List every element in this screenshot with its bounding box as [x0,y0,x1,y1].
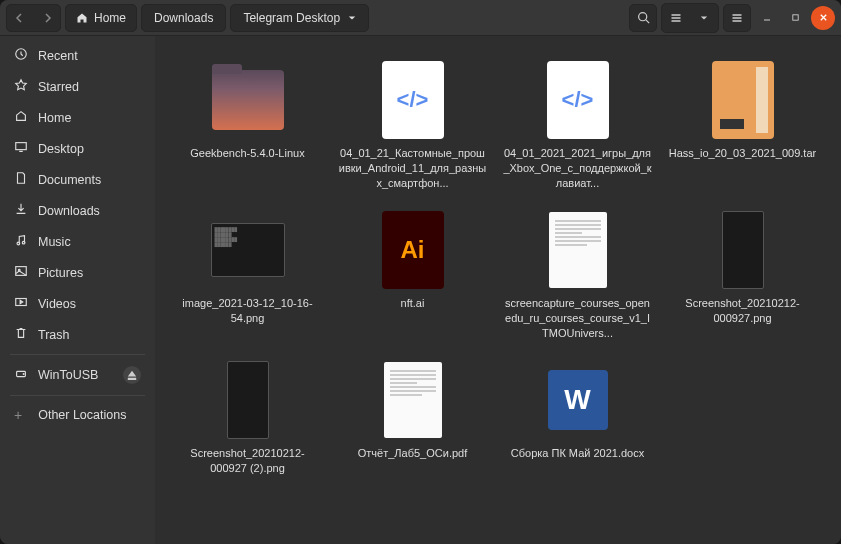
file-thumbnail: W [538,360,618,440]
file-thumbnail: </> [373,60,453,140]
svg-rect-9 [16,143,27,150]
svg-rect-7 [792,15,797,20]
file-grid: Geekbench-5.4.0-Linux</>04_01_21_Кастомн… [165,54,831,504]
file-label: Screenshot_20210212-000927.png [668,296,818,326]
file-item[interactable]: Ainft.ai [330,204,495,354]
home-icon [76,12,88,24]
file-label: Hass_io_20_03_2021_009.tar [669,146,816,161]
search-button[interactable] [629,4,657,32]
sidebar-item-documents[interactable]: Documents [0,164,155,195]
sidebar-item-desktop[interactable]: Desktop [0,133,155,164]
svg-point-11 [22,241,25,244]
file-label: nft.ai [401,296,425,311]
breadcrumb-home[interactable]: Home [65,4,137,32]
svg-rect-2 [672,17,681,19]
sidebar-item-label: Pictures [38,266,83,280]
doc-icon [14,171,28,188]
svg-rect-6 [733,20,742,22]
sidebar: RecentStarredHomeDesktopDocumentsDownloa… [0,36,155,544]
sidebar-item-home[interactable]: Home [0,102,155,133]
sidebar-item-label: Desktop [38,142,84,156]
file-thumbnail: ████████████████████████████ [208,210,288,290]
download-icon [14,202,28,219]
search-icon [637,11,650,24]
file-label: Сборка ПК Май 2021.docx [511,446,644,461]
back-button[interactable] [7,5,33,31]
maximize-icon [791,13,800,22]
file-label: 04_01_2021_2021_игры_для_Xbox_One_с_подд… [503,146,653,191]
file-item[interactable]: Hass_io_20_03_2021_009.tar [660,54,825,204]
content-area[interactable]: Geekbench-5.4.0-Linux</>04_01_21_Кастомн… [155,36,841,544]
file-item[interactable]: </>04_01_2021_2021_игры_для_Xbox_One_с_п… [495,54,660,204]
sidebar-item-label: Trash [38,328,70,342]
file-item[interactable]: Screenshot_20210212-000927 (2).png [165,354,330,504]
file-item[interactable]: </>04_01_21_Кастомные_прошивки_Android_1… [330,54,495,204]
nav-buttons [6,4,61,32]
view-dropdown-button[interactable] [690,4,718,32]
sidebar-mount-wintousb[interactable]: WinToUSB [0,359,155,391]
svg-rect-1 [672,14,681,16]
sidebar-item-trash[interactable]: Trash [0,319,155,350]
sidebar-item-music[interactable]: Music [0,226,155,257]
file-label: Geekbench-5.4.0-Linux [190,146,304,161]
file-label: Screenshot_20210212-000927 (2).png [173,446,323,476]
file-item[interactable]: screencapture_courses_openedu_ru_courses… [495,204,660,354]
sidebar-item-label: Starred [38,80,79,94]
breadcrumb-downloads[interactable]: Downloads [141,4,226,32]
file-item[interactable]: WСборка ПК Май 2021.docx [495,354,660,504]
file-thumbnail [538,210,618,290]
file-manager-window: Home Downloads Telegram Desktop RecentSt… [0,0,841,544]
svg-point-0 [638,13,646,21]
sidebar-item-videos[interactable]: Videos [0,288,155,319]
plus-icon: + [14,407,22,423]
list-icon [670,12,682,24]
sidebar-item-label: Videos [38,297,76,311]
video-icon [14,295,28,312]
sidebar-item-pictures[interactable]: Pictures [0,257,155,288]
file-item[interactable]: Screenshot_20210212-000927.png [660,204,825,354]
sidebar-item-starred[interactable]: Starred [0,71,155,102]
sidebar-item-label: Music [38,235,71,249]
sidebar-item-label: Documents [38,173,101,187]
sidebar-item-recent[interactable]: Recent [0,40,155,71]
eject-button[interactable] [123,366,141,384]
file-label: Отчёт_Лаб5_ОСи.pdf [358,446,467,461]
file-thumbnail [703,210,783,290]
file-item[interactable]: Отчёт_Лаб5_ОСи.pdf [330,354,495,504]
file-thumbnail: Ai [373,210,453,290]
chevron-down-icon [348,14,356,22]
file-thumbnail [373,360,453,440]
file-thumbnail [208,360,288,440]
svg-rect-3 [672,20,681,22]
svg-rect-4 [733,14,742,16]
sidebar-item-label: Downloads [38,204,100,218]
file-thumbnail [703,60,783,140]
sidebar-item-label: Recent [38,49,78,63]
breadcrumb-home-label: Home [94,11,126,25]
hamburger-icon [731,12,743,24]
close-button[interactable] [811,6,835,30]
file-item[interactable]: Geekbench-5.4.0-Linux [165,54,330,204]
file-thumbnail [208,60,288,140]
minimize-button[interactable] [755,6,779,30]
sidebar-item-downloads[interactable]: Downloads [0,195,155,226]
forward-button[interactable] [34,5,60,31]
breadcrumb-current[interactable]: Telegram Desktop [230,4,369,32]
disk-icon [14,367,28,384]
close-icon [819,13,828,22]
sidebar-item-label: WinToUSB [38,368,98,382]
sidebar-other-locations[interactable]: +Other Locations [0,400,155,430]
chevron-down-icon [700,14,708,22]
trash-icon [14,326,28,343]
file-label: 04_01_21_Кастомные_прошивки_Android_11_д… [338,146,488,191]
menu-button[interactable] [723,4,751,32]
home-icon [14,109,28,126]
view-list-button[interactable] [662,4,690,32]
view-switcher [661,3,719,33]
file-thumbnail: </> [538,60,618,140]
maximize-button[interactable] [783,6,807,30]
svg-point-10 [17,242,20,245]
music-icon [14,233,28,250]
svg-rect-5 [733,17,742,19]
file-item[interactable]: ████████████████████████████image_2021-0… [165,204,330,354]
